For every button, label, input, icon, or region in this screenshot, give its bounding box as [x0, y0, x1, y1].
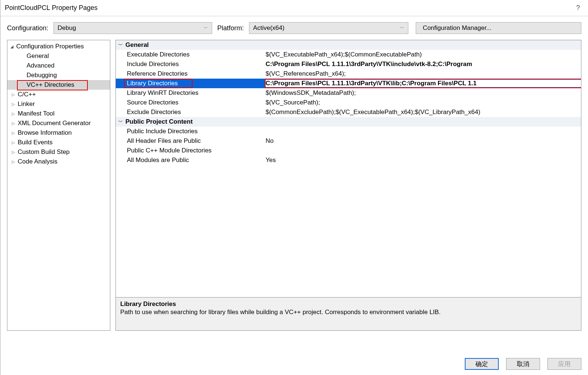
- tree-item-label: C/C++: [18, 91, 36, 98]
- expand-icon: ▷: [12, 92, 18, 97]
- property-value[interactable]: C:\Program Files\PCL 1.11.1\3rdParty\VTK…: [265, 61, 581, 68]
- titlebar: PointCloudPCL Property Pages ?: [0, 0, 588, 16]
- property-label: Library Directories: [125, 80, 265, 87]
- property-row[interactable]: All Header Files are PublicNo: [116, 136, 581, 146]
- expand-icon: ▷: [12, 140, 18, 145]
- tree-item[interactable]: General: [7, 51, 110, 61]
- property-label: Exclude Directories: [125, 109, 265, 116]
- property-row[interactable]: All Modules are PublicYes: [116, 155, 581, 165]
- configuration-value: Debug: [58, 24, 76, 32]
- property-row[interactable]: Reference Directories$(VC_ReferencesPath…: [116, 69, 581, 79]
- tree-item-label: Manifest Tool: [18, 110, 55, 117]
- property-grid: ﹀GeneralExecutable Directories$(VC_Execu…: [115, 40, 581, 297]
- tree-item[interactable]: ▷Custom Build Step: [7, 147, 110, 157]
- config-tree: ◢ Configuration Properties GeneralAdvanc…: [7, 40, 110, 331]
- property-label: All Header Files are Public: [125, 137, 265, 145]
- tree-item[interactable]: ▷C/C++: [7, 90, 110, 99]
- tree-item-label: Debugging: [27, 72, 57, 79]
- expand-icon: ▷: [12, 159, 18, 164]
- expand-icon: ▷: [12, 121, 18, 126]
- description-text: Path to use when searching for library f…: [120, 309, 577, 316]
- property-group-label: Public Project Content: [125, 118, 265, 125]
- tree-item-label: Advanced: [27, 62, 55, 69]
- configuration-bar: Configuration: Debug ﹀ Platform: Active(…: [0, 16, 588, 40]
- property-group-header[interactable]: ﹀Public Project Content: [116, 117, 581, 127]
- property-value[interactable]: C:\Program Files\PCL 1.11.1\3rdParty\VTK…: [265, 80, 581, 87]
- collapse-icon: ﹀: [116, 42, 125, 48]
- expand-icon: ▷: [12, 131, 18, 135]
- help-button[interactable]: ?: [573, 4, 584, 12]
- tree-item[interactable]: ▷Browse Information: [7, 128, 110, 138]
- ok-button[interactable]: 确定: [465, 358, 499, 370]
- property-value[interactable]: No: [265, 137, 581, 145]
- cancel-button[interactable]: 取消: [506, 358, 540, 370]
- apply-button[interactable]: 应用: [547, 358, 581, 370]
- tree-item[interactable]: VC++ Directories: [7, 80, 110, 90]
- tree-item-label: VC++ Directories: [27, 81, 74, 89]
- property-label: Reference Directories: [125, 70, 265, 78]
- property-value[interactable]: $(VC_ReferencesPath_x64);: [265, 70, 581, 78]
- property-value[interactable]: Yes: [265, 156, 581, 164]
- tree-item[interactable]: ▷Manifest Tool: [7, 109, 110, 118]
- collapse-icon: ◢: [10, 44, 16, 49]
- property-label: Include Directories: [125, 61, 265, 68]
- tree-item[interactable]: Debugging: [7, 70, 110, 80]
- description-panel: Library Directories Path to use when sea…: [115, 297, 581, 331]
- property-value[interactable]: $(VC_ExecutablePath_x64);$(CommonExecuta…: [265, 51, 581, 58]
- property-label: Library WinRT Directories: [125, 89, 265, 97]
- tree-item[interactable]: ▷Linker: [7, 99, 110, 109]
- property-group-header[interactable]: ﹀General: [116, 40, 581, 50]
- property-row[interactable]: Public C++ Module Directories: [116, 146, 581, 155]
- property-row[interactable]: Executable Directories$(VC_ExecutablePat…: [116, 50, 581, 59]
- platform-label: Platform:: [217, 24, 244, 32]
- tree-item[interactable]: ▷XML Document Generator: [7, 118, 110, 128]
- property-label: Public C++ Module Directories: [125, 147, 265, 154]
- tree-item-label: General: [27, 52, 49, 60]
- configuration-dropdown[interactable]: Debug ﹀: [53, 22, 212, 34]
- expand-icon: ▷: [12, 102, 18, 107]
- tree-item-label: Custom Build Step: [18, 148, 70, 156]
- description-title: Library Directories: [120, 300, 577, 308]
- property-value[interactable]: $(WindowsSDK_MetadataPath);: [265, 89, 581, 97]
- platform-value: Active(x64): [253, 24, 284, 32]
- configuration-manager-button[interactable]: Configuration Manager...: [416, 22, 581, 34]
- collapse-icon: ﹀: [116, 119, 125, 125]
- property-label: All Modules are Public: [125, 156, 265, 164]
- tree-item-label: Browse Information: [18, 129, 72, 137]
- property-row[interactable]: Library WinRT Directories$(WindowsSDK_Me…: [116, 88, 581, 98]
- chevron-down-icon: ﹀: [204, 25, 208, 31]
- property-label: Source Directories: [125, 99, 265, 106]
- configuration-label: Configuration:: [7, 24, 48, 32]
- platform-dropdown[interactable]: Active(x64) ﹀: [249, 22, 408, 34]
- tree-item-label: Linker: [18, 100, 35, 108]
- tree-item[interactable]: Advanced: [7, 61, 110, 70]
- expand-icon: ▷: [12, 150, 18, 155]
- tree-item-label: Build Events: [18, 139, 53, 146]
- property-row[interactable]: Public Include Directories: [116, 127, 581, 136]
- tree-root[interactable]: ◢ Configuration Properties: [7, 42, 110, 51]
- dialog-buttons: 确定 取消 应用: [465, 358, 588, 370]
- property-row[interactable]: Include DirectoriesC:\Program Files\PCL …: [116, 59, 581, 69]
- tree-item[interactable]: ▷Build Events: [7, 138, 110, 147]
- property-value[interactable]: $(VC_SourcePath);: [265, 99, 581, 106]
- expand-icon: ▷: [12, 111, 18, 116]
- tree-item-label: Code Analysis: [18, 158, 58, 165]
- configuration-manager-label: Configuration Manager...: [423, 24, 491, 32]
- window-title: PointCloudPCL Property Pages: [5, 4, 573, 12]
- property-label: Public Include Directories: [125, 128, 265, 135]
- property-value[interactable]: $(CommonExcludePath);$(VC_ExecutablePath…: [265, 109, 581, 116]
- tree-root-label: Configuration Properties: [16, 43, 84, 50]
- property-label: Executable Directories: [125, 51, 265, 58]
- chevron-down-icon: ﹀: [400, 25, 404, 31]
- tree-item[interactable]: ▷Code Analysis: [7, 157, 110, 166]
- tree-item-label: XML Document Generator: [18, 120, 91, 127]
- property-row[interactable]: Library DirectoriesC:\Program Files\PCL …: [116, 79, 581, 88]
- main-content: ◢ Configuration Properties GeneralAdvanc…: [0, 40, 588, 331]
- property-pages-window: PointCloudPCL Property Pages ? Configura…: [0, 0, 588, 375]
- property-group-label: General: [125, 41, 265, 49]
- property-grid-panel: ﹀GeneralExecutable Directories$(VC_Execu…: [115, 40, 581, 331]
- property-row[interactable]: Source Directories$(VC_SourcePath);: [116, 98, 581, 107]
- property-row[interactable]: Exclude Directories$(CommonExcludePath);…: [116, 107, 581, 117]
